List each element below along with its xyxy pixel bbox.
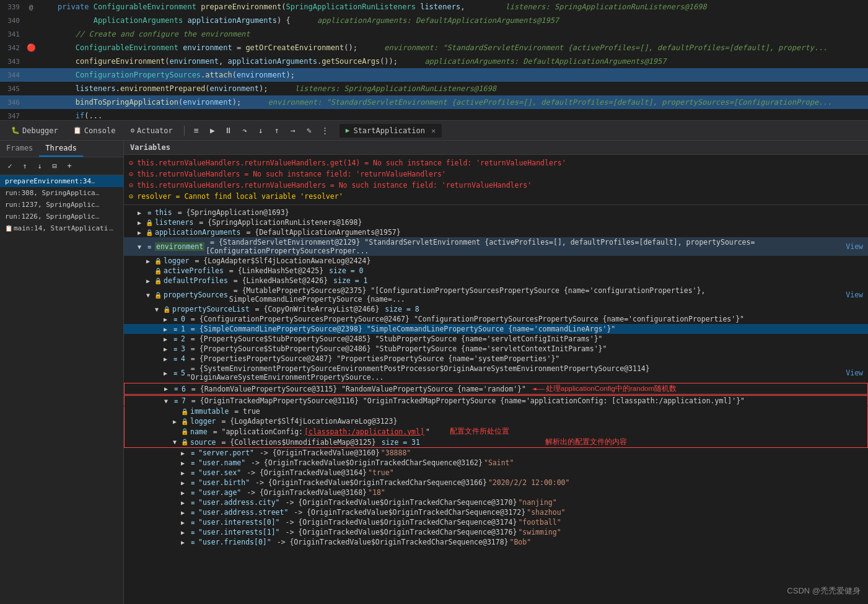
more-button[interactable]: ⋮ [318, 124, 332, 138]
expand-icon[interactable]: ▶ [178, 458, 187, 467]
var-immutable[interactable]: ▶ 🔒 immutable = true [124, 406, 868, 416]
var-index-6[interactable]: ▶ ≡ 6 = {RandomValuePropertySource@3115}… [124, 383, 868, 395]
expand-icon[interactable]: ▶ [161, 335, 170, 343]
var-index-4[interactable]: ▶ ≡ 4 = {PropertiesPropertySource@2487} … [124, 354, 868, 364]
debugger-tab-label: Debugger [22, 126, 58, 135]
expand-icon[interactable]: ▶ [161, 344, 170, 353]
frame-item[interactable]: 📋main:14, StartApplicati… [0, 222, 123, 234]
frame-item[interactable]: run:308, SpringApplica… [0, 187, 123, 199]
runtocursor-button[interactable]: → [286, 124, 300, 138]
expand-icon[interactable]: ▶ [161, 325, 170, 333]
var-user-sex[interactable]: ▶ ≡ "user.sex" -> {OriginTrackedValue@31… [124, 468, 868, 478]
var-logger[interactable]: ▶ 🔒 logger = {LogAdapter$Slf4jLocationAw… [124, 256, 868, 266]
tab-actuator[interactable]: ⚙ Actuator [124, 124, 178, 138]
object-icon: 🔒 [180, 438, 189, 447]
start-app-tab[interactable]: ▶ StartApplication ✕ [340, 124, 442, 138]
view-link[interactable]: View [846, 291, 863, 299]
var-index-2[interactable]: ▶ ≡ 2 = {PropertySource$StubPropertySour… [124, 334, 868, 344]
tab-debugger[interactable]: 🐛 Debugger [5, 124, 64, 138]
error-items: ⊝ this.returnValueHandlers.returnValueHa… [124, 155, 868, 205]
expand-icon[interactable]: ▶ [178, 518, 187, 527]
expand-icon[interactable]: ▶ [161, 354, 170, 363]
error-item: ⊝ this.returnValueHandlers.returnValueHa… [124, 180, 868, 191]
expand-icon[interactable]: ▶ [178, 478, 187, 487]
tab-console[interactable]: 📋 Console [67, 124, 122, 138]
frame-item[interactable]: run:1226, SpringApplic… [0, 211, 123, 222]
error-item: ⊝ this.returnValueHandlers = No such ins… [124, 169, 868, 180]
expand-icon[interactable]: ▶ [178, 488, 187, 497]
expand-icon[interactable]: ▶ [135, 208, 144, 217]
view-link[interactable]: View [846, 242, 863, 251]
var-active-profiles[interactable]: ▶ 🔒 activeProfiles = {LinkedHashSet@2425… [124, 266, 868, 276]
var-environment[interactable]: ▼ ≡ environment = {StandardServletEnviro… [124, 237, 868, 256]
expand-icon[interactable]: ▶ [178, 498, 187, 507]
error-icon: ⊝ [129, 159, 133, 167]
check-button[interactable]: ✓ [4, 160, 16, 172]
expand-icon[interactable]: ▶ [178, 468, 187, 477]
code-line-343: 343 configureEnvironment(environment, ap… [0, 55, 868, 68]
var-logger-child[interactable]: ▶ 🔒 logger = {LogAdapter$Slf4jLocationAw… [124, 416, 868, 426]
var-user-interests-1[interactable]: ▶ ≡ "user.interests[1]" -> {OriginTracke… [124, 527, 868, 537]
var-user-address-street[interactable]: ▶ ≡ "user.address.street" -> {OriginTrac… [124, 507, 868, 517]
var-server-port[interactable]: ▶ ≡ "server.port" -> {OriginTrackedValue… [124, 448, 868, 458]
expand-icon[interactable]: ▼ [144, 291, 152, 299]
down-button[interactable]: ↓ [33, 160, 46, 172]
close-icon[interactable]: ✕ [431, 126, 436, 135]
view-link[interactable]: View [846, 369, 863, 377]
expand-icon[interactable]: ▼ [135, 242, 144, 251]
var-user-age[interactable]: ▶ ≡ "user.age" -> {OriginTrackedValue@31… [124, 488, 868, 497]
error-icon: ⊝ [129, 181, 133, 190]
add-button[interactable]: + [63, 160, 76, 172]
var-listeners[interactable]: ▶ 🔒 listeners = {SpringApplicationRunLis… [124, 217, 868, 227]
frame-item[interactable]: run:1237, SpringApplic… [0, 199, 123, 211]
var-property-source-list[interactable]: ▼ 🔒 propertySourceList = {CopyOnWriteArr… [124, 304, 868, 314]
var-index-7[interactable]: ▼ ≡ 7 = {OriginTrackedMapPropertySource@… [124, 395, 868, 406]
panel-header-tabs: Frames Threads [0, 141, 123, 157]
field-icon: ≡ [188, 478, 197, 487]
var-this[interactable]: ▶ ≡ this = {SpringApplication@1693} [124, 208, 868, 217]
expand-icon[interactable]: ▶ [144, 256, 152, 265]
expand-icon[interactable]: ▶ [178, 508, 187, 517]
tab-threads[interactable]: Threads [39, 141, 83, 157]
var-property-sources[interactable]: ▼ 🔒 propertySources = {MutablePropertySo… [124, 286, 868, 304]
expand-icon[interactable]: ▶ [161, 315, 170, 323]
expand-icon[interactable]: ▶ [144, 276, 152, 285]
expand-icon[interactable]: ▶ [178, 538, 187, 546]
resume-button[interactable]: ▶ [206, 124, 219, 138]
expand-icon[interactable]: ▼ [170, 438, 179, 447]
var-index-1[interactable]: ▶ ≡ 1 = {SimpleCommandLinePropertySource… [124, 324, 868, 334]
code-text: configureEnvironment(environment, applic… [37, 57, 868, 66]
pause-button[interactable]: ⏸ [222, 124, 235, 138]
expand-icon[interactable]: ▼ [152, 305, 161, 313]
var-user-name[interactable]: ▶ ≡ "user.name" -> {OriginTrackedValue$O… [124, 458, 868, 468]
var-index-3[interactable]: ▶ ≡ 3 = {PropertySource$StubPropertySour… [124, 344, 868, 354]
tab-frames[interactable]: Frames [0, 141, 39, 157]
var-user-birth[interactable]: ▶ ≡ "user.birth" -> {OriginTrackedValue$… [124, 478, 868, 488]
var-user-address-city[interactable]: ▶ ≡ "user.address.city" -> {OriginTracke… [124, 497, 868, 507]
var-source[interactable]: ▼ 🔒 source = {Collections$UnmodifiableMa… [124, 437, 868, 448]
var-index-0[interactable]: ▶ ≡ 0 = {ConfigurationPropertySourcesPro… [124, 314, 868, 324]
expand-icon[interactable]: ▶ [135, 228, 144, 237]
expand-icon[interactable]: ▶ [178, 528, 187, 536]
evaluate-button[interactable]: ✎ [302, 124, 316, 138]
stepout-button[interactable]: ↑ [270, 124, 284, 138]
expand-icon[interactable]: ▶ [161, 369, 170, 377]
filter-button[interactable]: ⊟ [48, 160, 61, 172]
var-index-5[interactable]: ▶ ≡ 5 = {SystemEnvironmentPropertySource… [124, 364, 868, 382]
expand-icon[interactable]: ▶ [162, 385, 170, 393]
expand-icon[interactable]: ▶ [170, 417, 179, 426]
var-user-friends-0[interactable]: ▶ ≡ "user.friends[0]" -> {OriginTrackedV… [124, 537, 868, 547]
expand-icon[interactable]: ▼ [162, 396, 170, 405]
var-default-profiles[interactable]: ▶ 🔒 defaultProfiles = {LinkedHashSet@242… [124, 276, 868, 286]
frame-item[interactable]: prepareEnvironment:34… [0, 175, 123, 187]
settings-button[interactable]: ≡ [190, 124, 203, 138]
expand-icon[interactable]: ▶ [178, 449, 187, 457]
expand-icon[interactable]: ▶ [135, 218, 144, 227]
line-number: 347 [0, 112, 25, 120]
var-user-interests-0[interactable]: ▶ ≡ "user.interests[0]" -> {OriginTracke… [124, 517, 868, 527]
stepover-button[interactable]: ↷ [238, 124, 252, 138]
up-button[interactable]: ↑ [19, 160, 31, 172]
var-name[interactable]: ▶ 🔒 name = "applicationConfig: [classpat… [124, 426, 868, 437]
var-application-arguments[interactable]: ▶ 🔒 applicationArguments = {DefaultAppli… [124, 227, 868, 237]
stepinto-button[interactable]: ↓ [254, 124, 268, 138]
